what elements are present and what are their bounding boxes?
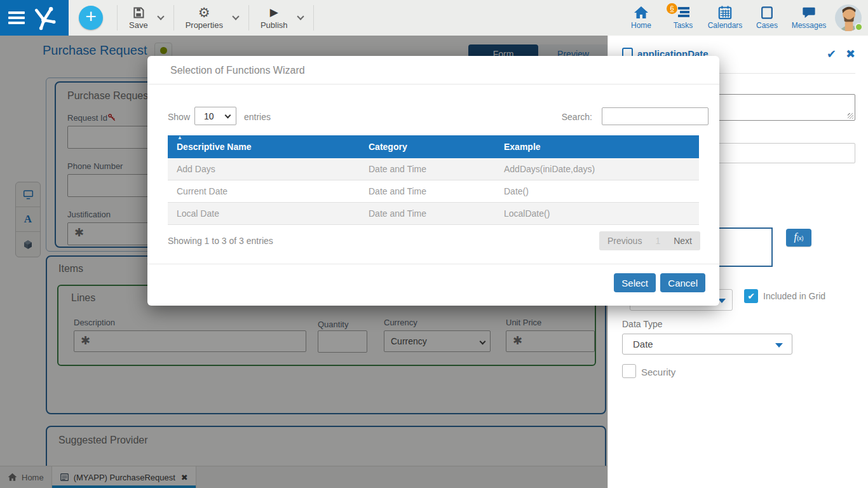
table-row[interactable]: Add Days Date and Time AddDays(iniDate,d… — [168, 158, 699, 180]
functions-wizard-dialog: Selection of Functions Wizard Show 10 en… — [147, 56, 719, 306]
page-size-select[interactable]: 10 — [194, 107, 236, 125]
cell-category: Date and Time — [369, 208, 504, 219]
functions-table: ▲ Descriptive Name Category Example Add … — [168, 135, 699, 225]
publish-dropdown-chevron-icon[interactable] — [297, 13, 304, 20]
search-label: Search: — [562, 112, 592, 122]
select-chevron-icon — [225, 112, 231, 119]
tasks-badge: 6 — [667, 3, 677, 14]
dropdown-caret-icon — [775, 343, 783, 348]
publish-play-icon: ▶ — [270, 6, 278, 19]
dialog-header: Selection of Functions Wizard — [147, 56, 719, 85]
entries-label: entries — [244, 112, 271, 122]
column-header-category[interactable]: Category — [369, 142, 504, 152]
messages-bubble-icon — [801, 6, 817, 20]
table-header-row: ▲ Descriptive Name Category Example — [168, 135, 699, 158]
nav-cases-label: Cases — [756, 21, 778, 30]
column-header-descriptive-name[interactable]: Descriptive Name — [168, 142, 369, 152]
dialog-title: Selection of Functions Wizard — [170, 65, 305, 76]
cell-category: Date and Time — [369, 186, 504, 196]
function-wizard-button[interactable]: f(x) — [786, 229, 811, 247]
bizagi-logo-icon[interactable] — [31, 4, 59, 32]
select-button[interactable]: Select — [614, 273, 656, 292]
included-in-grid-checkbox[interactable]: ✔ — [744, 289, 758, 303]
user-avatar[interactable] — [835, 4, 862, 31]
show-label: Show — [168, 112, 190, 122]
main-toolbar: + Save ⚙ Properties ▶ — [69, 0, 314, 36]
properties-dropdown-chevron-icon[interactable] — [232, 13, 239, 20]
nav-home-label: Home — [631, 21, 651, 30]
top-right-nav: Home 6 Tasks Calendars — [623, 0, 862, 36]
included-in-grid-label: Included in Grid — [763, 291, 825, 301]
cases-icon — [759, 6, 775, 20]
pagination-page-1[interactable]: 1 — [650, 236, 665, 246]
sort-asc-icon: ▲ — [177, 135, 182, 140]
gear-icon: ⚙ — [198, 6, 210, 19]
table-summary: Showing 1 to 3 of 3 entries — [168, 236, 273, 246]
save-dropdown-chevron-icon[interactable] — [157, 13, 164, 20]
save-label: Save — [129, 20, 148, 30]
cell-name: Add Days — [168, 164, 369, 174]
save-floppy-icon — [132, 6, 145, 19]
cancel-x-icon[interactable]: ✖ — [846, 47, 855, 61]
pagination-next[interactable]: Next — [665, 236, 700, 246]
data-type-label: Data Type — [622, 319, 663, 329]
pagination-previous[interactable]: Previous — [599, 236, 650, 246]
pagination: Previous 1 Next — [599, 231, 700, 250]
tasks-icon — [675, 6, 691, 20]
security-label: Security — [641, 367, 675, 377]
save-button[interactable]: Save — [123, 4, 154, 32]
cancel-button[interactable]: Cancel — [660, 273, 705, 292]
nav-tasks-label: Tasks — [674, 21, 693, 30]
resize-grip-icon[interactable] — [848, 113, 853, 119]
security-checkbox[interactable] — [622, 364, 636, 378]
properties-label: Properties — [186, 20, 223, 30]
column-header-example[interactable]: Example — [504, 142, 699, 152]
nav-tasks[interactable]: 6 Tasks — [665, 6, 702, 30]
nav-home[interactable]: Home — [623, 6, 660, 30]
calendar-icon — [717, 6, 733, 20]
cell-example: LocalDate() — [504, 208, 699, 219]
nav-calendars-label: Calendars — [708, 21, 743, 30]
publish-button[interactable]: ▶ Publish — [254, 4, 294, 32]
cell-example: AddDays(iniDate,days) — [504, 164, 699, 174]
hamburger-menu-icon[interactable] — [8, 9, 25, 27]
cell-name: Current Date — [168, 186, 369, 196]
add-button[interactable]: + — [79, 6, 103, 30]
table-row[interactable]: Local Date Date and Time LocalDate() — [168, 203, 699, 225]
top-bar: + Save ⚙ Properties ▶ — [0, 0, 868, 36]
home-icon — [634, 6, 649, 20]
cell-name: Local Date — [168, 208, 369, 219]
toolbar-divider — [313, 5, 314, 30]
nav-cases[interactable]: Cases — [749, 6, 785, 30]
nav-calendars[interactable]: Calendars — [707, 6, 743, 30]
accept-check-icon[interactable]: ✔ — [827, 47, 836, 61]
presence-indicator — [855, 23, 863, 31]
nav-messages[interactable]: Messages — [790, 6, 827, 30]
table-row[interactable]: Current Date Date and Time Date() — [168, 180, 699, 203]
data-type-select[interactable]: Date — [622, 334, 792, 355]
search-input[interactable] — [602, 107, 709, 125]
cell-category: Date and Time — [369, 164, 504, 174]
brand-block — [0, 0, 69, 36]
cell-example: Date() — [504, 186, 699, 196]
nav-messages-label: Messages — [792, 21, 827, 30]
publish-label: Publish — [261, 20, 288, 30]
dialog-footer-divider — [147, 264, 719, 264]
properties-button[interactable]: ⚙ Properties — [179, 4, 229, 32]
